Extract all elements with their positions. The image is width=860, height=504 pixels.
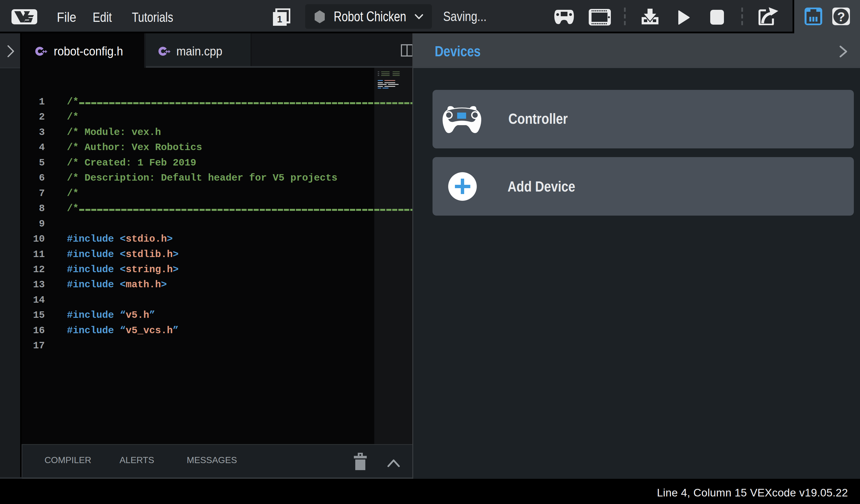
svg-text:1: 1 [277,14,282,24]
